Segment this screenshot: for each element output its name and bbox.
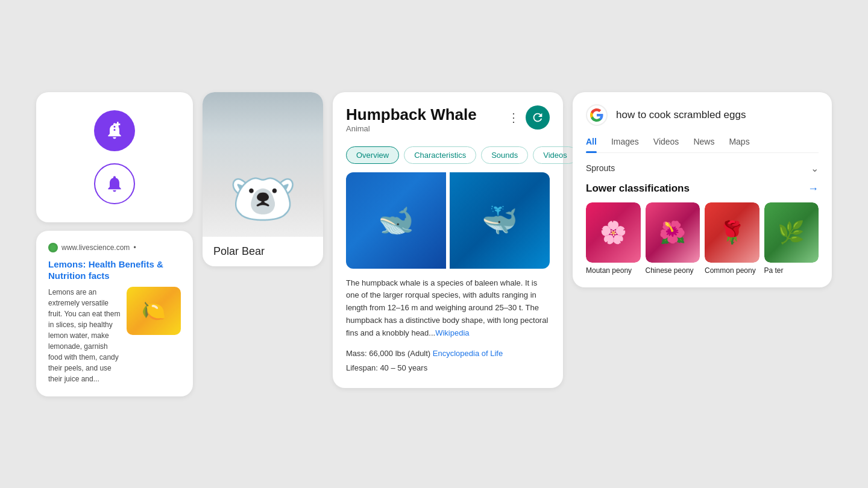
column-4: how to cook scrambled eggs All Images Vi…	[573, 92, 832, 288]
whale-facts: Mass: 66,000 lbs (Adult) Encyclopedia of…	[346, 346, 550, 375]
article-title[interactable]: Lemons: Health Benefits & Nutrition fact…	[48, 258, 181, 282]
source-url: www.livescience.com	[61, 243, 130, 252]
flower-image-chinese	[646, 202, 700, 263]
search-tab-news[interactable]: News	[693, 137, 714, 152]
flower-image-moutan	[586, 202, 641, 263]
flower-item-moutan[interactable]: Moutan peony	[586, 202, 641, 276]
search-query-text[interactable]: how to cook scrambled eggs	[616, 109, 746, 121]
flower-common-img	[705, 202, 760, 263]
refresh-icon	[531, 111, 544, 124]
whale-image-left: 🐋	[346, 172, 446, 269]
whale-actions: ⋮	[508, 105, 550, 130]
search-tab-videos[interactable]: Videos	[653, 137, 679, 152]
whale-lifespan-fact: Lifespan: 40 – 50 years	[346, 361, 550, 375]
tab-videos[interactable]: Videos	[533, 146, 577, 164]
flower-image-pa	[764, 202, 819, 263]
whale-image-right: 🐳	[450, 172, 550, 269]
whale-header: Humpback Whale Animal ⋮	[346, 105, 550, 142]
more-options-icon[interactable]: ⋮	[508, 110, 520, 125]
lifespan-label: Lifespan:	[346, 363, 378, 372]
flower-label-chinese: Chinese peony	[646, 266, 700, 276]
whale-card: Humpback Whale Animal ⋮ Overview Charact…	[333, 92, 563, 389]
flowers-grid: Moutan peony Chinese peony Common peony	[586, 202, 819, 276]
filter-row: Sprouts ⌄	[586, 163, 819, 174]
google-g-icon	[590, 108, 604, 122]
mass-label: Mass:	[346, 349, 367, 358]
article-content: Lemons are an extremely versatile fruit.…	[48, 287, 181, 384]
section-title: Lower classifications	[586, 183, 690, 195]
polar-bear-label: Polar Bear	[203, 237, 323, 266]
article-source: www.livescience.com •	[48, 243, 181, 252]
flower-item-pa[interactable]: Pa ter	[764, 202, 819, 276]
mass-source-link[interactable]: Encyclopedia of Life	[433, 349, 503, 358]
filter-label: Sprouts	[586, 163, 615, 173]
refresh-button[interactable]	[526, 105, 550, 130]
search-tab-all[interactable]: All	[586, 137, 597, 152]
whale-tabs: Overview Characteristics Sounds Videos	[346, 146, 550, 164]
search-tab-images[interactable]: Images	[611, 137, 639, 152]
lemon-image	[127, 287, 181, 335]
chevron-down-icon[interactable]: ⌄	[811, 163, 819, 174]
flower-label-common: Common peony	[705, 266, 760, 276]
tab-sounds[interactable]: Sounds	[481, 146, 528, 164]
notification-add-button[interactable]	[94, 110, 135, 151]
whale-title: Humpback Whale	[346, 105, 477, 124]
polar-bear-image: 🐻‍❄️	[203, 92, 323, 237]
article-text: Lemons are an extremely versatile fruit.…	[48, 287, 121, 384]
flower-label-pa: Pa ter	[764, 266, 819, 276]
flower-item-common[interactable]: Common peony	[705, 202, 760, 276]
flower-label-moutan: Moutan peony	[586, 266, 641, 276]
tab-overview[interactable]: Overview	[346, 146, 399, 164]
google-logo	[586, 104, 608, 126]
whale-description: The humpback whale is a species of balee…	[346, 277, 550, 340]
notification-outline-icon	[105, 174, 124, 193]
source-globe-icon	[48, 243, 58, 252]
notification-outline-button[interactable]	[94, 163, 135, 204]
article-card: www.livescience.com • Lemons: Health Ben…	[36, 231, 193, 396]
search-bar[interactable]: how to cook scrambled eggs	[586, 104, 819, 126]
flower-item-chinese[interactable]: Chinese peony	[646, 202, 700, 276]
search-tab-maps[interactable]: Maps	[729, 137, 749, 152]
polar-bear-card: 🐻‍❄️ Polar Bear	[203, 92, 323, 266]
flower-moutan-img	[586, 202, 641, 263]
whale-subtitle: Animal	[346, 124, 477, 133]
column-1: www.livescience.com • Lemons: Health Ben…	[36, 92, 193, 396]
polar-bear-emoji: 🐻‍❄️	[229, 167, 297, 231]
search-card: how to cook scrambled eggs All Images Vi…	[573, 92, 832, 288]
source-dot: •	[133, 243, 136, 252]
search-tabs-bar: All Images Videos News Maps	[586, 137, 819, 153]
whale-image-gallery: 🐋 🐳	[346, 172, 550, 269]
whale-title-group: Humpback Whale Animal	[346, 105, 477, 142]
flower-chinese-img	[646, 202, 700, 263]
whale-mass-fact: Mass: 66,000 lbs (Adult) Encyclopedia of…	[346, 346, 550, 360]
wikipedia-link[interactable]: Wikipedia	[435, 328, 469, 337]
section-arrow-link[interactable]: →	[808, 183, 819, 195]
section-header: Lower classifications →	[586, 183, 819, 195]
notification-card	[36, 92, 193, 222]
tab-characteristics[interactable]: Characteristics	[404, 146, 476, 164]
mass-value: 66,000 lbs (Adult)	[369, 349, 430, 358]
lifespan-value: 40 – 50 years	[380, 363, 427, 372]
column-2: 🐻‍❄️ Polar Bear	[203, 92, 323, 266]
main-container: www.livescience.com • Lemons: Health Ben…	[0, 68, 868, 421]
flower-pa-img	[764, 202, 819, 263]
column-3: Humpback Whale Animal ⋮ Overview Charact…	[333, 92, 563, 389]
article-thumbnail	[127, 287, 181, 335]
notification-add-icon	[105, 121, 124, 140]
flower-image-common	[705, 202, 760, 263]
